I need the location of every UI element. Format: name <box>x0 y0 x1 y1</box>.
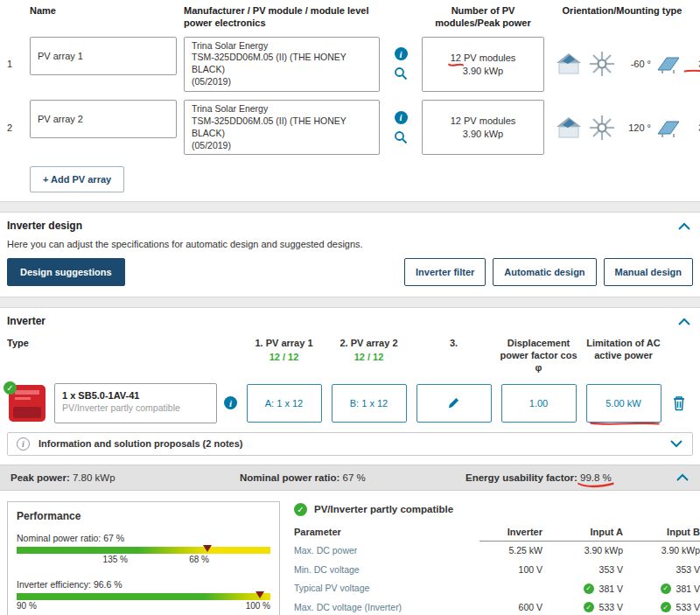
pv-module-selector[interactable]: Trina Solar Energy TSM-325DD06M.05 (II) … <box>184 37 380 92</box>
notes-info-icon: i <box>17 437 30 451</box>
inverter-efficiency-label: Inverter efficiency: 96.6 % <box>17 579 270 590</box>
module-count: 12 PV modules <box>451 52 516 63</box>
col-header-name: Name <box>30 5 177 17</box>
ok-check-icon: ✓ <box>661 584 671 594</box>
array2-count: 12 / 12 <box>354 352 384 362</box>
col-header-type: Type <box>7 338 242 374</box>
row-number: 1 <box>7 59 23 69</box>
collapse-chevron-up-icon[interactable] <box>677 318 691 325</box>
module-name: TSM-325DD06M.05 (II) (THE HONEY BLACK) <box>192 115 372 140</box>
inverter-info-icon[interactable]: i <box>224 396 237 409</box>
tilt-panel-icon[interactable] <box>656 117 681 138</box>
results-summary-bar[interactable]: Peak power: 7.80 kWp Nominal power ratio… <box>0 465 700 491</box>
inverter-header[interactable]: Inverter <box>7 308 693 332</box>
input-a-box[interactable]: A: 1 x 12 <box>247 384 322 423</box>
input-b-box[interactable]: B: 1 x 12 <box>332 384 407 423</box>
col-header-manufacturer: Manufacturer / PV module / module level … <box>184 5 380 30</box>
cos-phi-box[interactable]: 1.00 <box>501 384 577 423</box>
tilt-panel-icon[interactable] <box>656 53 681 74</box>
ok-check-icon: ✓ <box>584 602 594 612</box>
expand-chevron-down-icon[interactable] <box>669 440 683 448</box>
pv-design-page: Name Manufacturer / PV module / module l… <box>0 0 700 615</box>
module-name: TSM-325DD06M.05 (II) (THE HONEY BLACK) <box>192 52 372 76</box>
energy-usability-summary: Energy usability factor: 99.8 % <box>466 472 676 483</box>
pv-array-name-input[interactable] <box>30 100 177 138</box>
pv-table-header: Name Manufacturer / PV module / module l… <box>7 5 693 30</box>
pv-array-row-2: 2 Trina Solar Energy TSM-325DD06M.05 (II… <box>7 100 693 155</box>
mounting-type-icon[interactable] <box>555 115 583 140</box>
ok-check-icon: ✓ <box>584 584 594 594</box>
col-header-array2: 2. PV array 2 <box>340 338 397 350</box>
inverter-design-description: Here you can adjust the specifications f… <box>7 237 693 258</box>
row-number: 2 <box>7 122 23 133</box>
delete-inverter-button[interactable] <box>670 394 688 413</box>
collapse-chevron-up-icon[interactable] <box>676 473 690 481</box>
compatibility-table: Parameter Inverter Input A Input B Input… <box>294 527 700 615</box>
module-date: (05/2019) <box>192 140 372 152</box>
inverter-selector[interactable]: 1 x SB5.0-1AV-41 PV/Inverter partly comp… <box>54 383 217 423</box>
peak-power: 3.90 kWp <box>463 66 503 76</box>
inverter-efficiency-gauge: 90 % 100 % <box>17 593 270 612</box>
col-header-inverter: Inverter <box>480 527 542 542</box>
automatic-design-button[interactable]: Automatic design <box>493 258 596 286</box>
inverter-design-header[interactable]: Inverter design <box>7 213 693 237</box>
tilt-value: 30 ° <box>686 122 700 133</box>
col-header-modules: Number of PV modules/Peak power <box>422 5 544 30</box>
module-search-icon[interactable] <box>394 66 408 80</box>
nominal-ratio-gauge: 135 % 68 % <box>17 547 270 565</box>
inverter-row: ✓ 1 x SB5.0-1AV-41 PV/Inverter partly co… <box>7 383 693 423</box>
orientation-compass-icon[interactable] <box>588 114 616 142</box>
inverter-design-buttons: Design suggestions Inverter filter Autom… <box>7 258 693 297</box>
nominal-power-ratio-summary: Nominal power ratio: 67 % <box>240 472 466 483</box>
pv-array-name-input[interactable] <box>30 37 177 75</box>
trash-icon <box>672 395 686 411</box>
col-header-parameter: Parameter <box>294 527 480 541</box>
peak-power: 3.90 kWp <box>463 129 503 139</box>
col-header-input-b: Input B <box>623 527 700 542</box>
module-manufacturer: Trina Solar Energy <box>192 40 372 52</box>
notes-accordion[interactable]: i Information and solution proposals (2 … <box>7 432 693 456</box>
inverter-image: ✓ <box>7 383 47 423</box>
inverter-design-title: Inverter design <box>7 220 82 232</box>
module-search-icon[interactable] <box>394 130 408 144</box>
orientation-compass-icon[interactable] <box>588 50 616 78</box>
col-header-orientation: Orientation/Mounting type <box>551 5 693 17</box>
mounting-type-icon[interactable] <box>555 52 583 76</box>
notes-label: Information and solution proposals (2 no… <box>38 438 242 449</box>
module-manufacturer: Trina Solar Energy <box>192 103 372 115</box>
ac-limit-box[interactable]: 5.00 kW <box>586 384 662 423</box>
inverter-model: 1 x SB5.0-1AV-41 <box>62 390 209 401</box>
tilt-value: 30 ° <box>686 59 700 69</box>
details-area: Performance Nominal power ratio: 67 % 13… <box>7 491 693 615</box>
edit-input-box[interactable] <box>416 384 492 423</box>
inverter-status: PV/Inverter partly compatible <box>62 402 209 413</box>
module-count-box[interactable]: 12 PV modules 3.90 kWp <box>422 100 544 155</box>
module-count: 12 PV modules <box>451 115 516 126</box>
compatibility-title: PV/Inverter partly compatible <box>314 504 453 514</box>
pv-module-selector[interactable]: Trina Solar Energy TSM-325DD06M.05 (II) … <box>184 100 380 155</box>
azimuth-value: 120 ° <box>621 122 651 133</box>
peak-power-summary: Peak power: 7.80 kWp <box>10 472 240 483</box>
col-header-input-a: Input A <box>542 527 623 542</box>
collapse-chevron-up-icon[interactable] <box>677 222 691 230</box>
performance-panel: Performance Nominal power ratio: 67 % 13… <box>7 501 280 615</box>
pencil-icon <box>447 396 460 409</box>
section-divider <box>0 297 700 308</box>
array1-count: 12 / 12 <box>270 352 299 362</box>
module-info-icon[interactable]: i <box>395 111 408 124</box>
design-suggestions-button[interactable]: Design suggestions <box>7 258 125 286</box>
col-header-cos-phi: Displacement power factor cos φ <box>496 338 581 374</box>
module-date: (05/2019) <box>192 76 372 88</box>
col-header-array1: 1. PV array 1 <box>255 338 312 350</box>
compatible-check-icon: ✓ <box>4 381 17 395</box>
nominal-ratio-label: Nominal power ratio: 67 % <box>17 533 270 543</box>
module-info-icon[interactable]: i <box>395 47 408 60</box>
col-header-ac-limit: Limitation of AC active power <box>581 338 666 362</box>
compatible-check-icon: ✓ <box>294 503 307 516</box>
manual-design-button[interactable]: Manual design <box>604 258 693 286</box>
inverter-filter-button[interactable]: Inverter filter <box>404 258 486 286</box>
module-count-box[interactable]: 12 PV modules 3.90 kWp <box>422 37 544 92</box>
section-divider <box>0 201 700 213</box>
compatibility-panel: ✓ PV/Inverter partly compatible Paramete… <box>294 501 700 615</box>
add-pv-array-button[interactable]: + Add PV array <box>30 166 124 192</box>
